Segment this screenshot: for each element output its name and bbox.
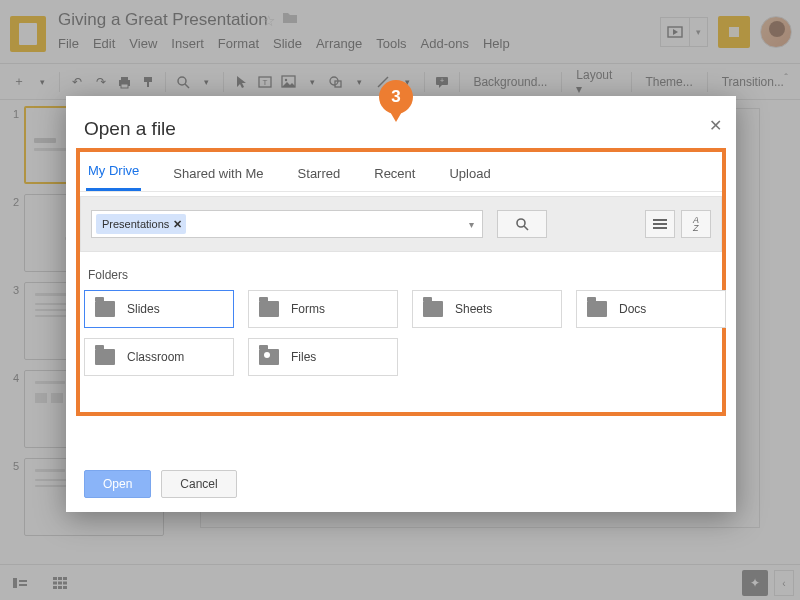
filter-input[interactable]: Presentations ✕ ▾: [91, 210, 483, 238]
folder-icon: [587, 301, 607, 317]
chevron-down-icon[interactable]: ▾: [469, 219, 474, 230]
folders-grid: Slides Forms Sheets Docs Classroom Files: [84, 290, 718, 376]
close-icon[interactable]: ✕: [709, 116, 722, 135]
step-callout-tail: [389, 110, 403, 122]
folder-files[interactable]: Files: [248, 338, 398, 376]
step-callout: 3: [379, 80, 413, 114]
tab-my-drive[interactable]: My Drive: [86, 163, 141, 191]
modal-tabs: My Drive Shared with Me Starred Recent U…: [80, 154, 722, 192]
modal-buttons: Open Cancel: [84, 470, 237, 498]
tab-shared[interactable]: Shared with Me: [171, 166, 265, 191]
tab-upload[interactable]: Upload: [447, 166, 492, 191]
open-button[interactable]: Open: [84, 470, 151, 498]
folder-slides[interactable]: Slides: [84, 290, 234, 328]
filter-row: Presentations ✕ ▾ AZ: [80, 196, 722, 252]
folder-sheets[interactable]: Sheets: [412, 290, 562, 328]
modal-title: Open a file: [84, 118, 176, 140]
chip-remove-icon[interactable]: ✕: [173, 218, 182, 231]
svg-rect-32: [653, 219, 667, 221]
open-file-modal: Open a file ✕ My Drive Shared with Me St…: [66, 96, 736, 512]
svg-line-31: [524, 226, 528, 230]
folder-classroom[interactable]: Classroom: [84, 338, 234, 376]
filter-chip-label: Presentations: [102, 218, 169, 230]
folder-docs[interactable]: Docs: [576, 290, 726, 328]
svg-rect-33: [653, 223, 667, 225]
tab-starred[interactable]: Starred: [296, 166, 343, 191]
folder-icon: [423, 301, 443, 317]
tab-recent[interactable]: Recent: [372, 166, 417, 191]
folder-icon: [259, 301, 279, 317]
folder-label: Forms: [291, 302, 325, 316]
shared-folder-icon: [259, 349, 279, 365]
svg-point-30: [517, 219, 525, 227]
folder-forms[interactable]: Forms: [248, 290, 398, 328]
folder-label: Slides: [127, 302, 160, 316]
folder-icon: [95, 349, 115, 365]
svg-rect-34: [653, 227, 667, 229]
list-view-icon[interactable]: [645, 210, 675, 238]
filter-chip[interactable]: Presentations ✕: [96, 214, 186, 234]
folders-heading: Folders: [88, 268, 128, 282]
folder-icon: [95, 301, 115, 317]
folder-label: Classroom: [127, 350, 184, 364]
sort-icon[interactable]: AZ: [681, 210, 711, 238]
folder-label: Sheets: [455, 302, 492, 316]
cancel-button[interactable]: Cancel: [161, 470, 236, 498]
folder-label: Files: [291, 350, 316, 364]
search-button[interactable]: [497, 210, 547, 238]
folder-label: Docs: [619, 302, 646, 316]
